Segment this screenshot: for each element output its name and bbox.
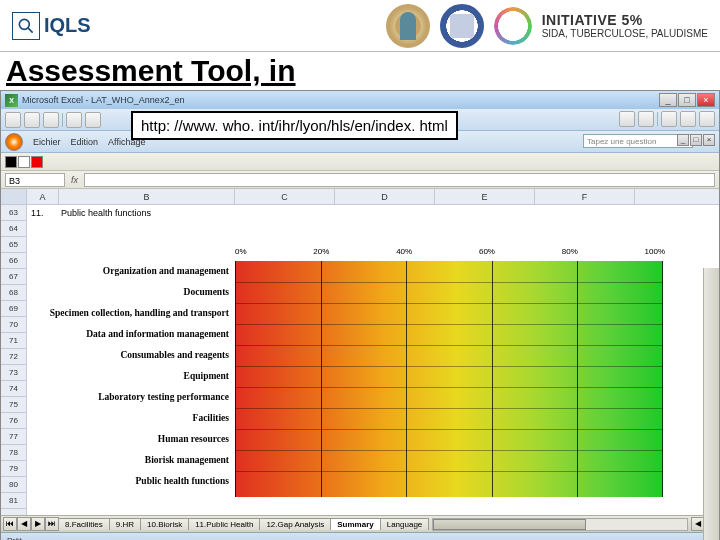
- zoom-icon[interactable]: [680, 111, 696, 127]
- row-header[interactable]: 72: [1, 349, 26, 365]
- swatch-black[interactable]: [5, 156, 17, 168]
- status-bar: Prêt: [1, 532, 719, 540]
- axis-tick: 100%: [645, 247, 665, 256]
- sheet-tab[interactable]: Language: [380, 518, 430, 530]
- select-all-corner[interactable]: [1, 189, 26, 205]
- sort-asc-icon[interactable]: [619, 111, 635, 127]
- initiative-title: INITIATIVE 5%: [542, 12, 708, 28]
- section-number: 11.: [27, 208, 59, 218]
- crest-emblem-1: [386, 4, 430, 48]
- row-header[interactable]: 64: [1, 221, 26, 237]
- formula-input[interactable]: [84, 173, 715, 187]
- radar-score-chart: Organization and management Documents Sp…: [29, 261, 669, 497]
- row-header[interactable]: 79: [1, 461, 26, 477]
- chart-category: Laboratory testing performance: [29, 387, 235, 408]
- chart-category: Biorisk management: [29, 450, 235, 471]
- sheet-nav-last[interactable]: ⏭: [45, 517, 59, 531]
- formula-bar: B3 fx: [1, 171, 719, 189]
- fx-icon[interactable]: fx: [71, 175, 78, 185]
- preview-icon[interactable]: [85, 112, 101, 128]
- sheet-nav-first[interactable]: ⏮: [3, 517, 17, 531]
- row-header[interactable]: 66: [1, 253, 26, 269]
- chart-category: Public health functions: [29, 471, 235, 492]
- workbook-minimize-button[interactable]: _: [677, 134, 689, 146]
- col-header[interactable]: D: [335, 189, 435, 204]
- spreadsheet-grid[interactable]: 63 64 65 66 67 68 69 70 71 72 73 74 75 7…: [1, 189, 719, 515]
- col-header[interactable]: A: [27, 189, 59, 204]
- row-header[interactable]: 63: [1, 205, 26, 221]
- excel-app-icon: X: [5, 94, 18, 107]
- chart-x-axis: 0% 20% 40% 60% 80% 100%: [235, 247, 665, 256]
- axis-tick: 80%: [562, 247, 578, 256]
- row-header[interactable]: 70: [1, 317, 26, 333]
- row-header[interactable]: 71: [1, 333, 26, 349]
- chart-category: Human resources: [29, 429, 235, 450]
- col-header[interactable]: F: [535, 189, 635, 204]
- sheet-tab[interactable]: 9.HR: [109, 518, 141, 530]
- presentation-header: IQLS INITIATIVE 5% SIDA, TUBERCULOSE, PA…: [0, 0, 720, 52]
- row-header[interactable]: 76: [1, 413, 26, 429]
- row-header[interactable]: 74: [1, 381, 26, 397]
- col-header[interactable]: B: [59, 189, 235, 204]
- open-icon[interactable]: [24, 112, 40, 128]
- workbook-restore-button[interactable]: □: [690, 134, 702, 146]
- sheet-nav-next[interactable]: ▶: [31, 517, 45, 531]
- chart-category: Specimen collection, handling and transp…: [29, 303, 235, 324]
- col-header[interactable]: E: [435, 189, 535, 204]
- save-icon[interactable]: [43, 112, 59, 128]
- row-header[interactable]: 69: [1, 301, 26, 317]
- crest-emblem-2: [440, 4, 484, 48]
- workbook-close-button[interactable]: ×: [703, 134, 715, 146]
- print-icon[interactable]: [66, 112, 82, 128]
- chart-category: Facilities: [29, 408, 235, 429]
- sheet-tab[interactable]: 10.Biorisk: [140, 518, 189, 530]
- col-header[interactable]: C: [235, 189, 335, 204]
- sheet-tab[interactable]: 11.Public Health: [188, 518, 260, 530]
- swatch-red[interactable]: [31, 156, 43, 168]
- window-close-button[interactable]: ×: [697, 93, 715, 107]
- section-title-row: 11. Public health functions: [27, 205, 235, 221]
- row-header[interactable]: 75: [1, 397, 26, 413]
- initiative-logo: INITIATIVE 5% SIDA, TUBERCULOSE, PALUDIS…: [542, 12, 708, 39]
- sheet-tab[interactable]: 8.Facilities: [58, 518, 110, 530]
- row-header[interactable]: 78: [1, 445, 26, 461]
- row-header[interactable]: 80: [1, 477, 26, 493]
- url-callout: http: //www. who. int/ihr/lyon/hls/en/in…: [131, 111, 458, 140]
- svg-line-1: [28, 27, 33, 32]
- sheet-tab-active[interactable]: Summary: [330, 518, 380, 530]
- axis-tick: 0%: [235, 247, 247, 256]
- axis-tick: 60%: [479, 247, 495, 256]
- iqls-logo: IQLS: [12, 12, 91, 40]
- row-header[interactable]: 81: [1, 493, 26, 509]
- sheet-tab[interactable]: 12.Gap Analysis: [259, 518, 331, 530]
- column-headers: A B C D E F: [27, 189, 719, 205]
- chart-category: Consumables and reagents: [29, 345, 235, 366]
- row-header[interactable]: 77: [1, 429, 26, 445]
- excel-doc-name: LAT_WHO_Annex2_en: [91, 95, 659, 105]
- menu-edit[interactable]: Edition: [71, 137, 99, 147]
- h-scroll-thumb[interactable]: [433, 519, 585, 530]
- row-header[interactable]: 68: [1, 285, 26, 301]
- office-button[interactable]: [5, 133, 23, 151]
- row-header[interactable]: 67: [1, 269, 26, 285]
- swatch-white[interactable]: [18, 156, 30, 168]
- excel-titlebar[interactable]: X Microsoft Excel - LAT_WHO_Annex2_en _ …: [1, 91, 719, 109]
- initiative-subtitle: SIDA, TUBERCULOSE, PALUDISME: [542, 28, 708, 39]
- axis-tick: 40%: [396, 247, 412, 256]
- window-minimize-button[interactable]: _: [659, 93, 677, 107]
- chart-category: Organization and management: [29, 261, 235, 282]
- chart-category: Equipment: [29, 366, 235, 387]
- row-header[interactable]: 73: [1, 365, 26, 381]
- window-maximize-button[interactable]: □: [678, 93, 696, 107]
- sheet-tab-bar: ⏮ ◀ ▶ ⏭ 8.Facilities 9.HR 10.Biorisk 11.…: [1, 515, 719, 532]
- sort-desc-icon[interactable]: [638, 111, 654, 127]
- new-icon[interactable]: [5, 112, 21, 128]
- chart-icon[interactable]: [661, 111, 677, 127]
- h-scroll-track[interactable]: [432, 518, 688, 531]
- sheet-nav-prev[interactable]: ◀: [17, 517, 31, 531]
- v-scrollbar[interactable]: [703, 268, 719, 540]
- name-box[interactable]: B3: [5, 173, 65, 187]
- menu-file[interactable]: Eichier: [33, 137, 61, 147]
- row-header[interactable]: 65: [1, 237, 26, 253]
- help-icon[interactable]: [699, 111, 715, 127]
